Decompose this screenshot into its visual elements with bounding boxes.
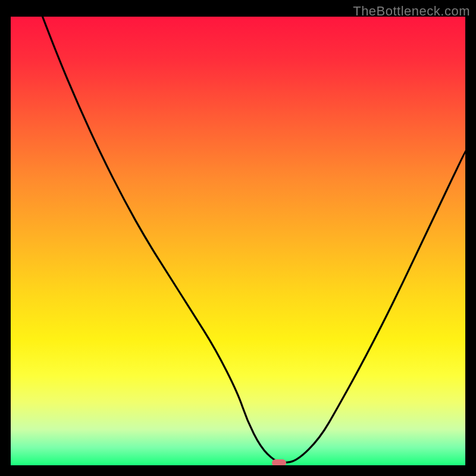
watermark-label: TheBottleneck.com xyxy=(353,4,470,19)
bottleneck-curve xyxy=(43,17,466,462)
chart-container: TheBottleneck.com xyxy=(0,0,476,476)
curve-layer xyxy=(11,17,465,465)
optimal-marker xyxy=(272,459,286,465)
plot-area xyxy=(11,17,465,465)
